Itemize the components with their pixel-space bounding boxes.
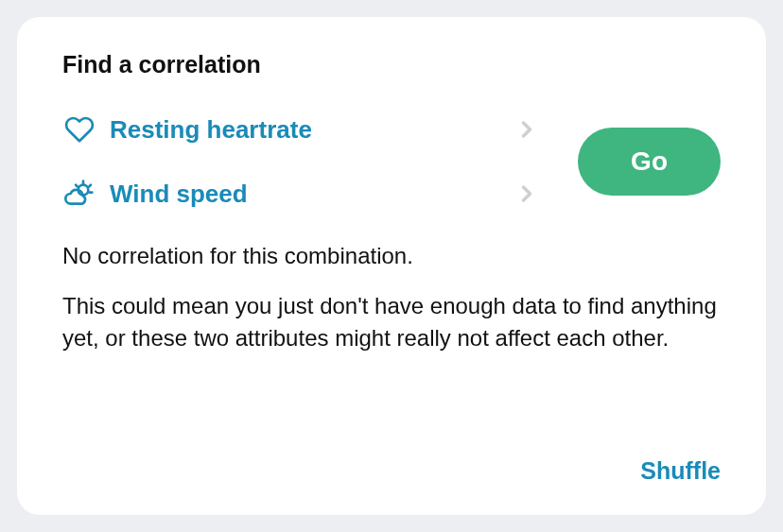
selectors-column: Resting heartrate: [62, 109, 540, 215]
result-message: No correlation for this combination.: [62, 241, 721, 271]
attribute-2-label: Wind speed: [110, 180, 513, 209]
weather-icon: [62, 177, 96, 211]
svg-line-2: [89, 185, 91, 187]
correlation-card: Find a correlation Resting heartrate: [17, 17, 766, 515]
attribute-selector-1[interactable]: Resting heartrate: [62, 109, 540, 150]
card-footer: Shuffle: [62, 438, 721, 485]
heart-icon: [62, 112, 96, 146]
shuffle-button[interactable]: Shuffle: [640, 457, 721, 485]
chevron-right-icon: [513, 116, 540, 143]
card-title: Find a correlation: [62, 51, 721, 78]
attribute-1-label: Resting heartrate: [110, 115, 513, 145]
selectors-row: Resting heartrate: [62, 109, 721, 215]
svg-line-4: [76, 185, 78, 187]
result-explanation: This could mean you just don't have enou…: [62, 290, 721, 352]
attribute-selector-2[interactable]: Wind speed: [62, 173, 540, 215]
go-button[interactable]: Go: [578, 128, 721, 196]
chevron-right-icon: [513, 180, 540, 207]
